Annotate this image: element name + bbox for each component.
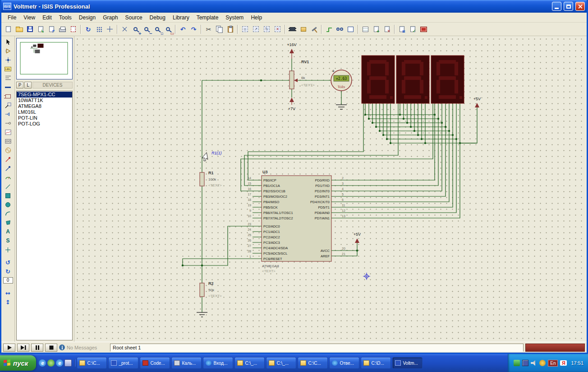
seven-seg-display-3[interactable] (431, 56, 464, 103)
wire-label-mode-button[interactable]: LBL (3, 65, 14, 74)
block-rotate-button[interactable]: ↻ (262, 24, 272, 34)
sim-play-button[interactable] (3, 344, 15, 352)
block-copy-button[interactable]: ▫ (240, 24, 250, 34)
design-explorer-button[interactable] (360, 24, 371, 34)
2d-symbol-mode-button[interactable]: S (3, 236, 14, 245)
block-move-button[interactable]: ↗ (251, 24, 261, 34)
potentiometer-rv1[interactable]: RV1 6k <TEXT> (289, 60, 315, 89)
taskbar-clock[interactable]: 17:51 (571, 360, 583, 366)
block-delete-button[interactable]: ✕ (272, 24, 283, 34)
menu-system[interactable]: System (222, 13, 247, 22)
undo-button[interactable]: ↶ (178, 24, 188, 34)
paste-button[interactable] (225, 24, 235, 34)
menu-design[interactable]: Design (75, 13, 99, 22)
mark-output-area-button[interactable] (68, 24, 78, 34)
browser-icon[interactable]: e (56, 359, 63, 367)
cut-button[interactable]: ✂ (203, 24, 214, 34)
packaging-tool-button[interactable] (298, 24, 308, 34)
decompose-button[interactable] (309, 24, 319, 34)
search-tag-button[interactable] (335, 24, 345, 34)
power-5v-avcc[interactable]: +5V (354, 232, 361, 243)
start-button[interactable]: пуск (0, 355, 36, 371)
2d-line-mode-button[interactable] (3, 182, 14, 191)
mirror-vertical-button[interactable]: ↕ (3, 298, 14, 307)
menu-template[interactable]: Template (193, 13, 222, 22)
maximize-button[interactable] (564, 2, 573, 11)
voltmeter[interactable]: +2.63 + Volts (331, 68, 352, 91)
task-window-3[interactable]: Code... (140, 357, 170, 369)
schematic-canvas[interactable]: +16V +7V +5V +5V (74, 36, 587, 342)
device-item-lm016l[interactable]: LM016L (17, 109, 72, 115)
menu-library[interactable]: Library (169, 13, 193, 22)
netlist-to-ares-button[interactable] (418, 24, 429, 34)
menu-debug[interactable]: Debug (146, 13, 169, 22)
titlebar[interactable]: ISIS Voltmetr - ISIS Professional (1, 0, 587, 13)
overview-minimap[interactable] (16, 38, 73, 79)
task-window-8[interactable]: C:\C... (298, 357, 328, 369)
task-window-10[interactable]: C:\D... (361, 357, 391, 369)
zoom-out-button[interactable]: − (141, 24, 152, 34)
print-button[interactable] (57, 24, 68, 34)
graph-mode-button[interactable] (3, 128, 14, 137)
pan-button[interactable] (119, 24, 130, 34)
sheet-name-field[interactable]: Root sheet 1 (110, 344, 524, 352)
yandex-tray-icon[interactable]: Я (560, 360, 567, 366)
2d-text-mode-button[interactable]: A (3, 227, 14, 236)
new-design-button[interactable] (3, 24, 14, 34)
task-window-1[interactable]: C:\C... (77, 357, 107, 369)
sim-pause-button[interactable] (31, 344, 43, 352)
new-sheet-button[interactable]: + (371, 24, 381, 34)
library-manager-button[interactable]: L (24, 82, 32, 88)
quick-launch-icon[interactable] (47, 359, 55, 367)
device-item-10watt1k[interactable]: 10WATT1K (17, 98, 72, 103)
export-section-button[interactable]: ↱ (46, 24, 57, 34)
import-section-button[interactable]: ↳ (36, 24, 46, 34)
menu-file[interactable]: File (4, 13, 20, 22)
device-item-pot-lin[interactable]: POT-LIN (17, 115, 72, 121)
language-indicator[interactable]: En (548, 360, 558, 367)
virtual-instruments-mode-button[interactable] (3, 173, 14, 182)
copy-button[interactable] (214, 24, 225, 34)
instant-edit-mode-button[interactable] (3, 101, 14, 110)
current-probe-mode-button[interactable] (3, 164, 14, 173)
make-device-button[interactable] (287, 24, 298, 34)
2d-path-mode-button[interactable] (3, 218, 14, 227)
task-window-5[interactable]: Вход... (203, 357, 233, 369)
ground-symbol[interactable] (197, 312, 207, 317)
junction-dot-mode-button[interactable] (3, 56, 14, 65)
task-window-2[interactable]: _prot... (108, 357, 138, 369)
device-item-atmega8[interactable]: ATMEGA8 (17, 103, 72, 109)
task-window-6[interactable]: C:\_... (234, 357, 265, 369)
close-button[interactable] (575, 2, 585, 11)
generator-mode-button[interactable] (3, 146, 14, 155)
device-pin-mode-button[interactable] (3, 119, 14, 128)
text-script-mode-button[interactable] (3, 74, 14, 83)
devices-list[interactable]: 7SEG-MPX1-CC 10WATT1K ATMEGA8 LM016L POT… (16, 91, 73, 340)
redo-button[interactable]: ↷ (188, 24, 199, 34)
sim-stop-button[interactable] (45, 344, 57, 352)
2d-arc-mode-button[interactable] (3, 209, 14, 218)
internet-explorer-icon[interactable]: e (39, 359, 46, 367)
resistor-r2[interactable]: R2 50k <TEXT> (200, 281, 222, 298)
task-window-9[interactable]: Отве... (329, 357, 359, 369)
mcu-atmega8[interactable]: U3 ATMEGA8 <TEXT> 14 15 16 17 18 19 9 10… (248, 170, 345, 273)
sim-step-button[interactable] (17, 344, 29, 352)
wire-net-label[interactable]: R1(1) (202, 151, 222, 162)
tray-app-icon-green[interactable] (514, 360, 520, 366)
component-mode-button[interactable] (3, 46, 14, 56)
2d-box-mode-button[interactable] (3, 191, 14, 200)
property-assignment-button[interactable] (345, 24, 356, 34)
menu-graph[interactable]: Graph (99, 13, 121, 22)
zoom-in-button[interactable]: + (130, 24, 141, 34)
seven-seg-display-1[interactable] (362, 56, 395, 103)
toggle-grid-button[interactable] (94, 24, 104, 34)
minimize-button[interactable] (552, 2, 561, 11)
save-design-button[interactable] (25, 24, 35, 34)
angle-value[interactable]: 0 (3, 277, 13, 284)
selection-mode-button[interactable] (3, 37, 14, 46)
task-window-7[interactable]: C:\_... (266, 357, 296, 369)
2d-circle-mode-button[interactable] (3, 200, 14, 209)
zoom-all-button[interactable]: ▫ (152, 24, 162, 34)
menu-help[interactable]: Help (247, 13, 266, 22)
subcircuit-mode-button[interactable] (3, 92, 14, 101)
